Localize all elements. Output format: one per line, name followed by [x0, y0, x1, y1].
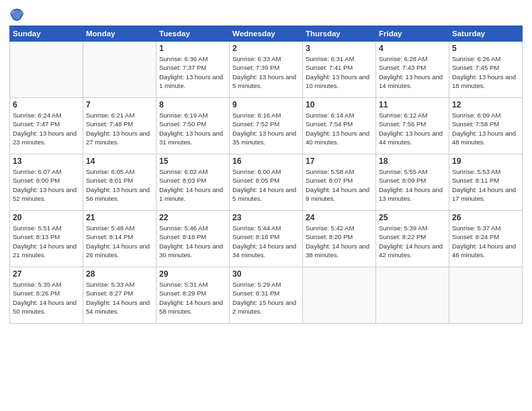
day-number: 19	[452, 156, 519, 166]
day-number: 12	[452, 100, 519, 109]
calendar-cell: 6Sunrise: 6:24 AMSunset: 7:47 PMDaylight…	[10, 98, 83, 154]
calendar-cell	[10, 42, 83, 98]
calendar-cell: 29Sunrise: 5:31 AMSunset: 8:29 PMDayligh…	[157, 267, 230, 324]
calendar-cell: 20Sunrise: 5:51 AMSunset: 8:13 PMDayligh…	[10, 211, 83, 267]
day-number: 18	[379, 156, 446, 166]
calendar-cell: 14Sunrise: 6:05 AMSunset: 8:01 PMDayligh…	[83, 154, 157, 211]
day-info: Sunrise: 6:26 AMSunset: 7:45 PMDaylight:…	[452, 54, 519, 90]
day-info: Sunrise: 6:02 AMSunset: 8:03 PMDaylight:…	[159, 167, 226, 203]
calendar-cell	[83, 42, 157, 98]
calendar-cell: 22Sunrise: 5:46 AMSunset: 8:16 PMDayligh…	[157, 211, 230, 267]
calendar-week-row: 27Sunrise: 5:35 AMSunset: 8:26 PMDayligh…	[10, 267, 523, 324]
day-number: 28	[86, 269, 153, 279]
day-number: 21	[86, 213, 153, 222]
page: SundayMondayTuesdayWednesdayThursdayFrid…	[0, 0, 532, 411]
day-info: Sunrise: 6:36 AMSunset: 7:37 PMDaylight:…	[159, 54, 226, 90]
calendar-cell: 1Sunrise: 6:36 AMSunset: 7:37 PMDaylight…	[157, 42, 230, 98]
calendar: SundayMondayTuesdayWednesdayThursdayFrid…	[9, 26, 523, 324]
day-info: Sunrise: 6:28 AMSunset: 7:43 PMDaylight:…	[379, 54, 446, 90]
day-info: Sunrise: 5:51 AMSunset: 8:13 PMDaylight:…	[13, 224, 80, 259]
calendar-cell: 15Sunrise: 6:02 AMSunset: 8:03 PMDayligh…	[157, 154, 230, 211]
day-number: 5	[452, 44, 519, 53]
calendar-header-tuesday: Tuesday	[157, 26, 230, 42]
day-info: Sunrise: 5:35 AMSunset: 8:26 PMDaylight:…	[13, 280, 80, 316]
logo	[9, 7, 27, 21]
calendar-cell: 13Sunrise: 6:07 AMSunset: 8:00 PMDayligh…	[10, 154, 83, 211]
day-number: 26	[452, 213, 519, 222]
day-info: Sunrise: 5:58 AMSunset: 8:07 PMDaylight:…	[306, 167, 373, 203]
calendar-cell	[449, 267, 523, 324]
day-info: Sunrise: 5:42 AMSunset: 8:20 PMDaylight:…	[306, 224, 373, 259]
day-number: 23	[232, 213, 300, 222]
calendar-cell: 4Sunrise: 6:28 AMSunset: 7:43 PMDaylight…	[376, 42, 449, 98]
calendar-cell: 7Sunrise: 6:21 AMSunset: 7:48 PMDaylight…	[83, 98, 157, 154]
day-number: 11	[379, 100, 446, 109]
calendar-cell: 28Sunrise: 5:33 AMSunset: 8:27 PMDayligh…	[83, 267, 157, 324]
day-info: Sunrise: 5:29 AMSunset: 8:31 PMDaylight:…	[232, 280, 300, 316]
calendar-cell: 9Sunrise: 6:16 AMSunset: 7:52 PMDaylight…	[230, 98, 303, 154]
day-number: 22	[159, 213, 226, 222]
day-info: Sunrise: 5:39 AMSunset: 8:22 PMDaylight:…	[379, 224, 446, 259]
day-info: Sunrise: 6:12 AMSunset: 7:56 PMDaylight:…	[379, 111, 446, 146]
calendar-cell: 23Sunrise: 5:44 AMSunset: 8:18 PMDayligh…	[230, 211, 303, 267]
calendar-header-row: SundayMondayTuesdayWednesdayThursdayFrid…	[10, 26, 523, 42]
day-number: 25	[379, 213, 446, 222]
day-number: 24	[306, 213, 373, 222]
day-number: 17	[306, 156, 373, 166]
calendar-cell: 21Sunrise: 5:48 AMSunset: 8:14 PMDayligh…	[83, 211, 157, 267]
day-number: 3	[306, 44, 373, 53]
day-number: 15	[159, 156, 226, 166]
calendar-cell: 16Sunrise: 6:00 AMSunset: 8:05 PMDayligh…	[230, 154, 303, 211]
calendar-cell: 10Sunrise: 6:14 AMSunset: 7:54 PMDayligh…	[303, 98, 376, 154]
calendar-header-wednesday: Wednesday	[230, 26, 303, 42]
day-number: 29	[159, 269, 226, 279]
calendar-cell: 5Sunrise: 6:26 AMSunset: 7:45 PMDaylight…	[449, 42, 523, 98]
logo-icon	[9, 7, 24, 21]
calendar-cell: 18Sunrise: 5:55 AMSunset: 8:09 PMDayligh…	[376, 154, 449, 211]
day-info: Sunrise: 5:53 AMSunset: 8:11 PMDaylight:…	[452, 167, 519, 203]
calendar-week-row: 6Sunrise: 6:24 AMSunset: 7:47 PMDaylight…	[10, 98, 523, 154]
day-info: Sunrise: 6:19 AMSunset: 7:50 PMDaylight:…	[159, 111, 226, 146]
calendar-cell: 12Sunrise: 6:09 AMSunset: 7:58 PMDayligh…	[449, 98, 523, 154]
day-info: Sunrise: 6:05 AMSunset: 8:01 PMDaylight:…	[86, 167, 153, 203]
day-number: 4	[379, 44, 446, 53]
day-info: Sunrise: 5:33 AMSunset: 8:27 PMDaylight:…	[86, 280, 153, 316]
calendar-cell	[303, 267, 376, 324]
day-info: Sunrise: 5:55 AMSunset: 8:09 PMDaylight:…	[379, 167, 446, 203]
day-number: 9	[232, 100, 300, 109]
calendar-week-row: 20Sunrise: 5:51 AMSunset: 8:13 PMDayligh…	[10, 211, 523, 267]
calendar-header-thursday: Thursday	[303, 26, 376, 42]
day-number: 6	[13, 100, 80, 109]
calendar-week-row: 1Sunrise: 6:36 AMSunset: 7:37 PMDaylight…	[10, 42, 523, 98]
calendar-header-sunday: Sunday	[10, 26, 83, 42]
day-number: 1	[159, 44, 226, 53]
day-info: Sunrise: 5:44 AMSunset: 8:18 PMDaylight:…	[232, 224, 300, 259]
day-info: Sunrise: 6:14 AMSunset: 7:54 PMDaylight:…	[306, 111, 373, 146]
calendar-cell: 26Sunrise: 5:37 AMSunset: 8:24 PMDayligh…	[449, 211, 523, 267]
day-number: 16	[232, 156, 300, 166]
day-info: Sunrise: 6:24 AMSunset: 7:47 PMDaylight:…	[13, 111, 80, 146]
day-info: Sunrise: 5:48 AMSunset: 8:14 PMDaylight:…	[86, 224, 153, 259]
day-info: Sunrise: 5:31 AMSunset: 8:29 PMDaylight:…	[159, 280, 226, 316]
calendar-week-row: 13Sunrise: 6:07 AMSunset: 8:00 PMDayligh…	[10, 154, 523, 211]
day-number: 8	[159, 100, 226, 109]
day-info: Sunrise: 5:37 AMSunset: 8:24 PMDaylight:…	[452, 224, 519, 259]
calendar-header-monday: Monday	[83, 26, 157, 42]
day-info: Sunrise: 6:16 AMSunset: 7:52 PMDaylight:…	[232, 111, 300, 146]
calendar-cell: 27Sunrise: 5:35 AMSunset: 8:26 PMDayligh…	[10, 267, 83, 324]
day-number: 14	[86, 156, 153, 166]
calendar-cell: 3Sunrise: 6:31 AMSunset: 7:41 PMDaylight…	[303, 42, 376, 98]
day-number: 20	[13, 213, 80, 222]
calendar-cell: 24Sunrise: 5:42 AMSunset: 8:20 PMDayligh…	[303, 211, 376, 267]
day-info: Sunrise: 6:21 AMSunset: 7:48 PMDaylight:…	[86, 111, 153, 146]
calendar-cell: 19Sunrise: 5:53 AMSunset: 8:11 PMDayligh…	[449, 154, 523, 211]
calendar-cell	[376, 267, 449, 324]
day-number: 10	[306, 100, 373, 109]
day-number: 2	[232, 44, 300, 53]
calendar-header-saturday: Saturday	[449, 26, 523, 42]
day-info: Sunrise: 6:31 AMSunset: 7:41 PMDaylight:…	[306, 54, 373, 90]
calendar-cell: 2Sunrise: 6:33 AMSunset: 7:39 PMDaylight…	[230, 42, 303, 98]
day-number: 27	[13, 269, 80, 279]
day-number: 13	[13, 156, 80, 166]
day-number: 30	[232, 269, 300, 279]
